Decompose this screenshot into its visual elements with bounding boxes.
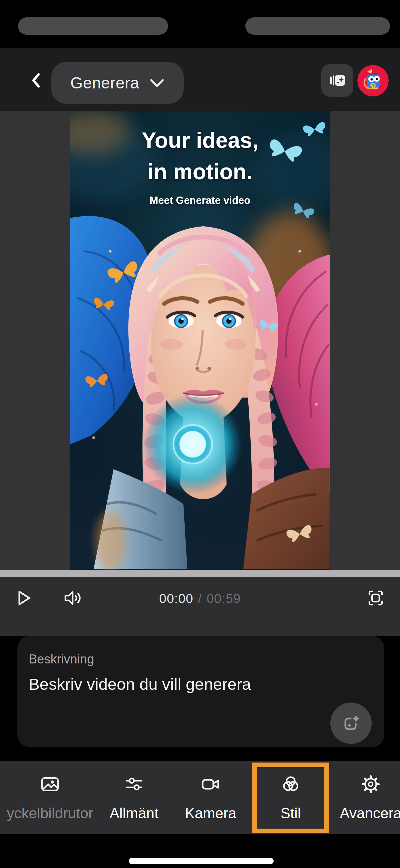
chevron-down-icon — [149, 78, 165, 88]
player-controls: 00:00 / 00:59 — [0, 577, 400, 636]
back-button[interactable] — [26, 70, 46, 90]
tab-advanced[interactable]: Avancera — [321, 761, 400, 834]
fullscreen-icon — [365, 588, 386, 608]
enhance-prompt-button[interactable] — [330, 703, 372, 744]
mode-selector-label: Generera — [70, 74, 139, 92]
home-indicator[interactable] — [129, 858, 274, 864]
video-preview[interactable]: Your ideas, in motion. Meet Generate vid… — [70, 111, 330, 570]
status-pill-right — [245, 18, 390, 35]
prompt-label: Beskrivning — [29, 652, 94, 666]
header: Generera — [0, 49, 400, 111]
app-screen: Generera — [0, 0, 400, 868]
video-progress-bar[interactable] — [0, 570, 400, 577]
prompt-sparkle-icon — [340, 712, 362, 734]
bottom-bar — [0, 834, 400, 868]
hero-subtitle: Meet Generate video — [150, 194, 250, 206]
fairy-poster-image: Your ideas, in motion. Meet Generate vid… — [70, 111, 330, 570]
prompt-placeholder: Beskriv videon du vill generera — [29, 675, 251, 693]
time-separator: / — [198, 591, 202, 606]
fullscreen-button[interactable] — [365, 588, 386, 608]
current-time: 00:00 — [159, 591, 193, 606]
status-bar — [0, 0, 400, 49]
storyboard-sparkle-icon — [328, 71, 347, 90]
status-pill-left — [18, 18, 168, 35]
duration: 00:59 — [207, 591, 241, 606]
profile-avatar[interactable] — [357, 65, 389, 96]
style-tab-highlight-frame — [252, 763, 329, 833]
gear-icon — [321, 774, 400, 795]
prompt-input-card[interactable]: Beskrivning Beskriv videon du vill gener… — [17, 636, 384, 747]
tool-tab-bar: yckelbildrutor Allmänt Kamera — [0, 761, 400, 834]
chevron-left-icon — [29, 71, 43, 90]
video-stage: Your ideas, in motion. Meet Generate vid… — [0, 111, 400, 570]
boards-button[interactable] — [321, 64, 353, 97]
time-display: 00:00 / 00:59 — [0, 577, 400, 620]
mode-selector-dropdown[interactable]: Generera — [51, 62, 184, 104]
hero-title-line2: in motion. — [148, 159, 252, 184]
hero-title-line1: Your ideas, — [142, 128, 258, 153]
avatar-image — [357, 65, 389, 96]
